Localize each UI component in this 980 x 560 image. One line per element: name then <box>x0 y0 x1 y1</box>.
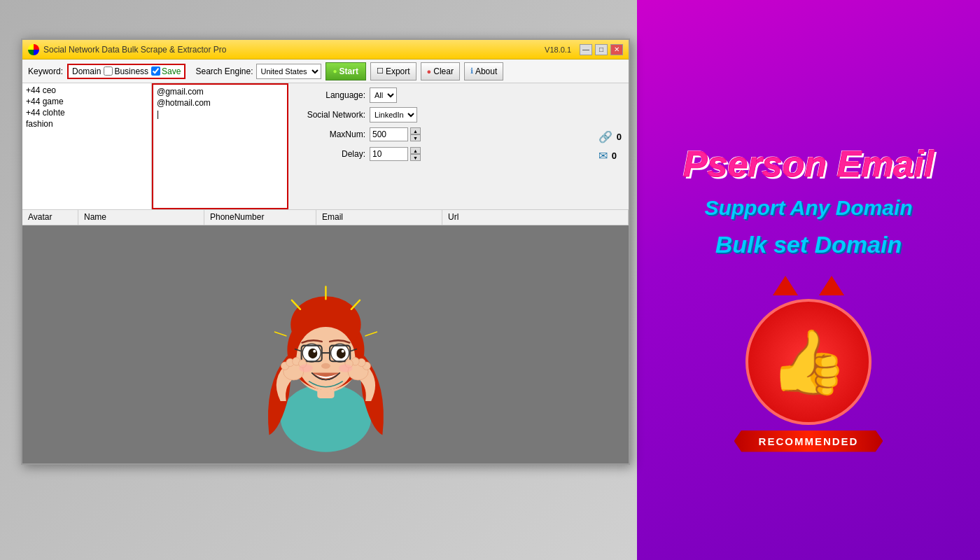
table-area: Avatar Name PhoneNumber Email Url <box>22 209 629 463</box>
app-icon <box>28 44 39 55</box>
clear-button[interactable]: ● Clear <box>421 62 460 80</box>
delay-input[interactable] <box>370 147 408 161</box>
link-icon: 🔗 <box>598 130 612 144</box>
character-illustration <box>241 225 411 463</box>
maxnum-up[interactable]: ▲ <box>410 127 421 134</box>
save-label: Save <box>162 66 181 76</box>
left-panel: Social Network Data Bulk Scrape & Extrac… <box>0 0 637 560</box>
thumb-icon: 👍 <box>769 330 848 393</box>
delay-label: Delay: <box>295 149 365 159</box>
domain-list-area[interactable]: @gmail.com @hotmail.com | <box>152 83 288 209</box>
business-label: Business <box>114 66 148 76</box>
export-label: Export <box>386 66 410 76</box>
delay-spinners: ▲ ▼ <box>410 147 421 161</box>
search-engine-label: Search Engine: <box>195 66 253 76</box>
keyword-label: Keyword: <box>28 66 63 76</box>
promo-subtitle1: Support Any Domain <box>704 195 912 220</box>
domain-item[interactable]: @hotmail.com <box>155 97 286 108</box>
table-header: Avatar Name PhoneNumber Email Url <box>22 210 629 225</box>
save-checkbox-item: Save <box>151 66 181 76</box>
social-network-dropdown[interactable]: LinkedIn <box>370 107 417 122</box>
domain-item[interactable]: @gmail.com <box>155 86 286 97</box>
recommended-ribbon: RECOMMENDED <box>734 430 883 452</box>
svg-point-33 <box>299 364 312 372</box>
minimize-button[interactable]: — <box>580 44 592 55</box>
svg-line-32 <box>274 332 286 336</box>
clear-label: Clear <box>433 66 454 76</box>
search-engine-dropdown[interactable]: United States <box>256 64 321 79</box>
links-stat-row: 🔗 0 <box>598 130 622 144</box>
maxnum-input[interactable] <box>370 127 408 141</box>
main-content: +44 ceo +44 game +44 clohte fashion @gma… <box>22 83 629 209</box>
toolbar: Keyword: Domain Business Save Search Eng… <box>22 59 629 83</box>
language-label: Language: <box>295 90 365 100</box>
app-window: Social Network Data Bulk Scrape & Extrac… <box>21 38 630 465</box>
svg-point-34 <box>339 364 352 372</box>
character-area <box>22 225 629 463</box>
domain-cursor[interactable]: | <box>155 108 286 118</box>
promo-title: Pserson Email <box>683 144 934 184</box>
thumb-circle: 👍 <box>746 299 872 425</box>
business-checkbox-item: Business <box>104 66 148 76</box>
save-checkbox[interactable] <box>151 66 160 76</box>
app-title: Social Network Data Bulk Scrape & Extrac… <box>43 45 226 55</box>
keyword-item[interactable]: +44 game <box>24 96 150 107</box>
th-email: Email <box>316 210 442 225</box>
title-bar: Social Network Data Bulk Scrape & Extrac… <box>22 40 629 59</box>
stats-area: 🔗 0 ✉ 0 <box>592 83 629 209</box>
promo-subtitle2: Bulk set Domain <box>715 231 902 258</box>
maxnum-down[interactable]: ▼ <box>410 134 421 141</box>
social-network-row: Social Network: LinkedIn <box>295 106 584 123</box>
export-button[interactable]: ☐ Export <box>370 62 416 80</box>
social-network-control: LinkedIn <box>370 107 417 122</box>
delay-row: Delay: ▲ ▼ <box>295 146 584 162</box>
keyword-item[interactable]: fashion <box>24 118 150 130</box>
export-icon: ☐ <box>377 66 384 76</box>
right-panel: Pserson Email Support Any Domain Bulk se… <box>637 0 980 560</box>
chevron-right <box>819 276 844 295</box>
svg-line-30 <box>291 300 300 309</box>
th-avatar: Avatar <box>22 210 78 225</box>
svg-point-11 <box>341 350 344 353</box>
delay-down[interactable]: ▼ <box>410 154 421 161</box>
business-checkbox[interactable] <box>104 66 113 76</box>
title-bar-right: V18.0.1 — □ ✕ <box>545 44 623 55</box>
maxnum-spinners: ▲ ▼ <box>410 127 421 141</box>
version-label: V18.0.1 <box>545 46 571 54</box>
maxnum-label: MaxNum: <box>295 130 365 139</box>
maxnum-row: MaxNum: ▲ ▼ <box>295 126 584 143</box>
close-button[interactable]: ✕ <box>610 44 623 55</box>
chevrons-container <box>732 276 886 295</box>
svg-line-31 <box>365 332 377 336</box>
start-label: Start <box>340 66 358 76</box>
th-name: Name <box>78 210 204 225</box>
social-network-label: Social Network: <box>295 110 365 120</box>
language-row: Language: All <box>295 87 584 104</box>
maxnum-control: ▲ ▼ <box>370 127 421 141</box>
about-button[interactable]: ℹ About <box>464 62 503 80</box>
ribbon-container: RECOMMENDED <box>732 430 886 452</box>
settings-panel: Language: All Social Network: LinkedIn <box>288 83 592 209</box>
language-dropdown[interactable]: All <box>370 88 397 103</box>
svg-line-29 <box>351 300 359 309</box>
restore-button[interactable]: □ <box>595 44 608 55</box>
search-engine-section: Search Engine: United States <box>195 64 321 79</box>
clear-icon: ● <box>427 67 432 76</box>
domain-section: Domain Business Save <box>67 64 186 79</box>
language-control: All <box>370 88 397 103</box>
keyword-item[interactable]: +44 clohte <box>24 107 150 118</box>
chevron-left <box>773 276 798 295</box>
delay-control: ▲ ▼ <box>370 147 421 161</box>
about-label: About <box>475 66 497 76</box>
keyword-item[interactable]: +44 ceo <box>24 85 150 96</box>
recommended-badge: 👍 RECOMMENDED <box>732 276 886 416</box>
start-button[interactable]: ● Start <box>326 62 366 80</box>
svg-point-8 <box>308 349 317 359</box>
svg-point-9 <box>336 349 345 359</box>
th-phone: PhoneNumber <box>204 210 316 225</box>
delay-up[interactable]: ▲ <box>410 147 421 154</box>
keyword-list[interactable]: +44 ceo +44 game +44 clohte fashion <box>22 83 152 209</box>
th-url: Url <box>442 210 629 225</box>
emails-stat-row: ✉ 0 <box>598 149 622 162</box>
email-icon: ✉ <box>598 149 608 162</box>
